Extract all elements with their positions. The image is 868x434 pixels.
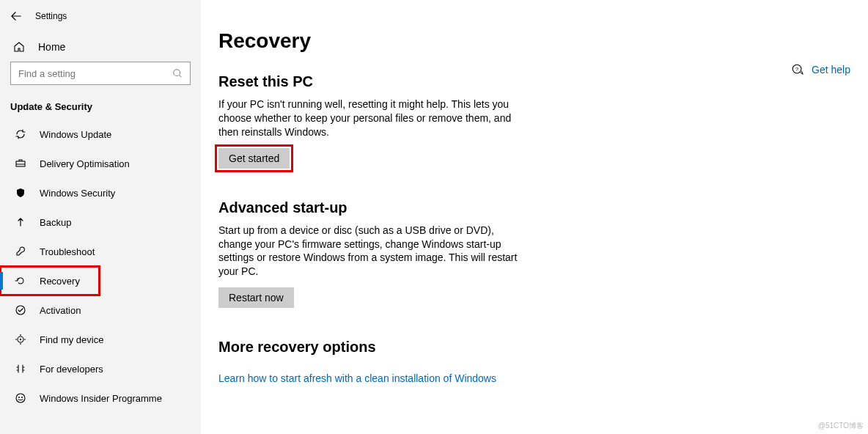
get-started-button[interactable]: Get started bbox=[218, 148, 290, 169]
svg-point-0 bbox=[174, 70, 180, 76]
help-region: ? Get help bbox=[791, 63, 850, 76]
watermark: @51CTO博客 bbox=[818, 421, 864, 431]
recovery-icon bbox=[15, 275, 26, 287]
sidebar-item-recovery[interactable]: Recovery bbox=[0, 266, 100, 295]
page-title: Recovery bbox=[218, 29, 850, 53]
backup-icon bbox=[15, 216, 26, 228]
delivery-icon bbox=[15, 158, 26, 169]
clean-install-link[interactable]: Learn how to start afresh with a clean i… bbox=[218, 372, 496, 384]
sidebar-item-activation[interactable]: Activation bbox=[0, 295, 201, 325]
svg-point-2 bbox=[16, 306, 25, 315]
sidebar-item-troubleshoot[interactable]: Troubleshoot bbox=[0, 237, 201, 266]
help-icon: ? bbox=[791, 63, 804, 76]
svg-point-6 bbox=[18, 397, 20, 398]
reset-desc: If your PC isn't running well, resetting… bbox=[218, 98, 526, 139]
nav-label: Delivery Optimisation bbox=[40, 158, 130, 169]
svg-point-4 bbox=[20, 339, 21, 340]
main-panel: Recovery Reset this PC If your PC isn't … bbox=[201, 0, 868, 434]
wrench-icon bbox=[15, 246, 26, 257]
back-button[interactable] bbox=[9, 9, 23, 23]
nav-label: Backup bbox=[40, 217, 71, 228]
sidebar-item-windows-security[interactable]: Windows Security bbox=[0, 178, 201, 207]
sidebar-nav: Windows Update Delivery Optimisation Win… bbox=[0, 119, 201, 413]
sidebar: Settings Home Update & Security Windows … bbox=[0, 0, 201, 434]
advanced-desc: Start up from a device or disc (such as … bbox=[218, 224, 526, 279]
get-help-link[interactable]: Get help bbox=[812, 64, 850, 76]
search-icon bbox=[172, 68, 183, 78]
nav-label: Recovery bbox=[40, 276, 80, 287]
sidebar-item-windows-update[interactable]: Windows Update bbox=[0, 119, 201, 149]
search-box[interactable] bbox=[10, 62, 191, 85]
nav-label: Troubleshoot bbox=[40, 246, 95, 257]
search-input[interactable] bbox=[18, 68, 172, 79]
nav-label: Windows Insider Programme bbox=[40, 393, 162, 404]
location-icon bbox=[15, 334, 26, 345]
shield-icon bbox=[15, 187, 26, 199]
arrow-left-icon bbox=[11, 11, 21, 21]
home-label: Home bbox=[38, 41, 65, 53]
reset-heading: Reset this PC bbox=[218, 73, 850, 90]
sidebar-home[interactable]: Home bbox=[0, 32, 201, 62]
home-icon bbox=[13, 41, 25, 53]
svg-point-7 bbox=[21, 397, 23, 398]
sidebar-item-windows-insider[interactable]: Windows Insider Programme bbox=[0, 383, 201, 413]
insider-icon bbox=[15, 392, 26, 404]
app-title: Settings bbox=[35, 11, 67, 21]
sidebar-item-for-developers[interactable]: For developers bbox=[0, 354, 201, 383]
sync-icon bbox=[15, 128, 26, 140]
advanced-heading: Advanced start-up bbox=[218, 199, 850, 216]
sidebar-item-delivery-optimisation[interactable]: Delivery Optimisation bbox=[0, 149, 201, 178]
nav-label: Find my device bbox=[40, 334, 103, 345]
titlebar: Settings bbox=[0, 0, 201, 32]
sidebar-item-backup[interactable]: Backup bbox=[0, 207, 201, 237]
nav-label: Activation bbox=[40, 305, 81, 316]
nav-label: Windows Update bbox=[40, 129, 111, 140]
developer-icon bbox=[15, 363, 26, 375]
sidebar-section-label: Update & Security bbox=[0, 92, 201, 119]
restart-now-button[interactable]: Restart now bbox=[218, 287, 294, 308]
nav-label: For developers bbox=[40, 364, 103, 375]
more-heading: More recovery options bbox=[218, 339, 850, 356]
nav-label: Windows Security bbox=[40, 188, 115, 199]
check-circle-icon bbox=[15, 304, 26, 316]
svg-text:?: ? bbox=[795, 66, 798, 73]
search-wrap bbox=[0, 62, 201, 92]
svg-point-5 bbox=[16, 394, 25, 402]
sidebar-item-find-my-device[interactable]: Find my device bbox=[0, 325, 201, 354]
